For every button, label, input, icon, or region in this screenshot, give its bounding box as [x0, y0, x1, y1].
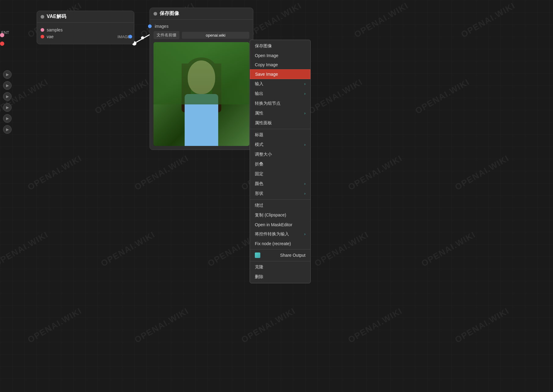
cm-fix-node-label: Fix node (recreate) [255, 241, 291, 246]
cm-title[interactable]: 标题 [250, 130, 310, 140]
cm-title-label: 标题 [255, 132, 263, 138]
cm-color-label: 颜色 [255, 181, 263, 187]
cm-clone-clipspace[interactable]: 复制 (Clipspace) [250, 210, 310, 220]
arrow-btn-2[interactable]: ▶ [3, 81, 12, 90]
cm-collapse[interactable]: 折叠 [250, 159, 310, 169]
vae-vae-port: vae IMAGE [41, 34, 130, 39]
cm-mode-arrow: › [304, 143, 305, 147]
cm-bypass[interactable]: 绕过 [250, 201, 310, 210]
cm-pin-label: 固定 [255, 171, 263, 177]
filename-label: 文件名前缀 [154, 31, 179, 39]
cm-output-arrow: › [304, 92, 305, 96]
cm-clone-clipspace-label: 复制 (Clipspace) [255, 212, 286, 218]
cm-divider-1 [250, 129, 310, 129]
cm-properties[interactable]: 属性 › [250, 108, 310, 118]
cm-share-output-label: Share Output [280, 253, 305, 258]
cm-save-image-file[interactable]: Save Image [250, 69, 310, 79]
svg-point-1 [141, 36, 144, 39]
cm-share-output[interactable]: Share Output [250, 250, 310, 260]
vae-node-body: samples vae IMAGE [37, 23, 134, 44]
cm-fix-node[interactable]: Fix node (recreate) [250, 239, 310, 248]
arrow-btn-4[interactable]: ▶ [3, 103, 12, 112]
vae-node-header: VAE解码 [37, 11, 134, 23]
vae-label: vae [47, 34, 54, 39]
cm-resize[interactable]: 调整大小 [250, 150, 310, 159]
samples-port-dot [41, 28, 44, 32]
cm-convert-group-label: 转换为组节点 [255, 101, 280, 106]
cm-properties-arrow: › [304, 111, 305, 115]
cm-output[interactable]: 输出 › [250, 89, 310, 99]
cm-save-image-label: 保存图像 [255, 43, 272, 49]
save-node-title: 保存图像 [160, 10, 179, 17]
cm-clone[interactable]: 克隆 [250, 262, 310, 272]
cm-shape-arrow: › [304, 191, 305, 196]
image-preview-inner [154, 42, 249, 146]
cm-output-label: 输出 [255, 91, 263, 96]
cm-collapse-label: 折叠 [255, 162, 263, 167]
vae-port-dot [41, 35, 44, 38]
cm-properties-panel[interactable]: 属性面板 [250, 118, 310, 128]
cm-bypass-label: 绕过 [255, 203, 263, 208]
vae-decode-node: VAE解码 samples vae IMAGE [37, 11, 134, 44]
save-image-node: 保存图像 images 文件名前缀 openai.wiki [150, 8, 253, 150]
cm-divider-4 [250, 261, 310, 261]
cm-input-label: 输入 [255, 81, 263, 87]
images-port-label: images [155, 24, 168, 29]
cm-convert-input[interactable]: 将控件转换为输入 › [250, 229, 310, 239]
cm-properties-panel-label: 属性面板 [255, 120, 272, 126]
cm-convert-input-label: 将控件转换为输入 [255, 231, 289, 237]
cm-delete[interactable]: 删除 [250, 272, 310, 282]
cm-open-image-label: Open Image [255, 53, 278, 58]
arrow-btn-1[interactable]: ▶ [3, 70, 12, 79]
image-preview [154, 42, 249, 146]
cm-save-image-file-label: Save Image [255, 72, 278, 77]
save-node-content: images 文件名前缀 openai.wiki [150, 20, 253, 150]
vae-node-title: VAE解码 [47, 13, 66, 20]
save-node-status-dot [154, 12, 157, 16]
cm-color-arrow: › [304, 182, 305, 186]
cm-copy-image[interactable]: Copy Image [250, 60, 310, 69]
arrow-btn-5[interactable]: ▶ [3, 114, 12, 123]
cm-resize-label: 调整大小 [255, 152, 272, 157]
cm-input[interactable]: 输入 › [250, 79, 310, 89]
filename-row: 文件名前缀 openai.wiki [154, 31, 249, 39]
cm-convert-input-arrow: › [304, 232, 305, 236]
filename-value[interactable]: openai.wiki [182, 32, 249, 39]
cm-convert-group[interactable]: 转换为组节点 [250, 99, 310, 108]
cm-mode-label: 模式 [255, 142, 263, 147]
cm-pin[interactable]: 固定 [250, 169, 310, 179]
share-output-icon [255, 252, 260, 258]
image-output-dot [128, 35, 132, 38]
cm-divider-2 [250, 199, 310, 200]
cm-shape-label: 形状 [255, 191, 263, 196]
samples-label: samples [47, 27, 63, 32]
images-port-dot [148, 24, 152, 28]
arrow-btn-3[interactable]: ▶ [3, 92, 12, 101]
vae-node-status-dot [41, 15, 44, 19]
cm-save-image[interactable]: 保存图像 [250, 41, 310, 51]
cm-mode[interactable]: 模式 › [250, 140, 310, 150]
cm-divider-3 [250, 249, 310, 249]
images-port-row: images [154, 24, 249, 29]
cm-shape[interactable]: 形状 › [250, 189, 310, 198]
context-menu: 保存图像 Open Image Copy Image Save Image 输入… [250, 40, 311, 283]
arrow-buttons: ▶ ▶ ▶ ▶ ▶ ▶ [3, 70, 12, 134]
cm-color[interactable]: 颜色 › [250, 179, 310, 189]
cm-clone-label: 克隆 [255, 264, 263, 270]
cm-maskeditor[interactable]: Open in MaskEditor [250, 220, 310, 229]
left-edge-ports [0, 31, 4, 48]
save-node-header: 保存图像 [150, 8, 253, 20]
cm-input-arrow: › [304, 82, 305, 86]
cm-maskeditor-label: Open in MaskEditor [255, 222, 292, 227]
cm-open-image[interactable]: Open Image [250, 51, 310, 60]
cm-copy-image-label: Copy Image [255, 62, 278, 67]
bg-plants [154, 42, 249, 104]
cm-delete-label: 删除 [255, 274, 263, 280]
vae-samples-port: samples [41, 27, 130, 32]
cm-properties-label: 属性 [255, 111, 263, 116]
arrow-btn-6[interactable]: ▶ [3, 125, 12, 134]
